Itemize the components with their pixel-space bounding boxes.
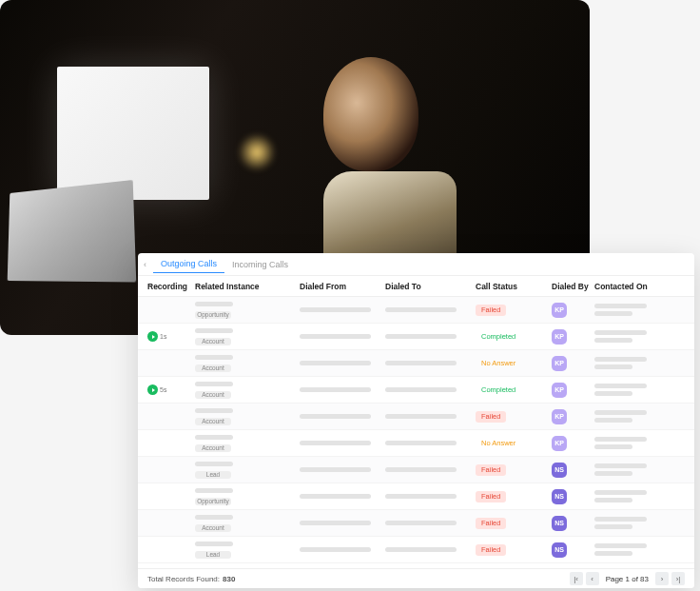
- status-badge: Failed: [476, 518, 506, 529]
- col-status: Call Status: [476, 282, 552, 291]
- recording-duration: 5s: [160, 386, 166, 393]
- contacted-placeholder: [594, 304, 647, 308]
- contacted-placeholder: [594, 338, 632, 343]
- table-row[interactable]: LeadFailedNS: [138, 537, 694, 563]
- table-row[interactable]: AccountFailedKP: [138, 404, 694, 430]
- avatar[interactable]: NS: [552, 516, 567, 531]
- tab-bar: ‹ Outgoing Calls Incoming Calls: [138, 253, 694, 276]
- status-badge: No Answer: [476, 438, 521, 449]
- table-row[interactable]: LeadFailedNS: [138, 457, 694, 483]
- to-placeholder: [385, 361, 457, 365]
- contacted-placeholder: [594, 551, 632, 556]
- from-placeholder: [300, 441, 371, 445]
- status-badge: Completed: [476, 331, 521, 343]
- related-tag: Lead: [195, 551, 231, 559]
- related-tag: Opportunity: [195, 311, 231, 319]
- contacted-placeholder: [594, 437, 647, 442]
- contacted-placeholder: [594, 330, 647, 335]
- contacted-placeholder: [594, 517, 647, 522]
- related-placeholder: [195, 355, 233, 360]
- tab-incoming-calls[interactable]: Incoming Calls: [224, 256, 296, 273]
- related-tag: Account: [195, 391, 231, 399]
- related-tag: Account: [195, 524, 231, 532]
- page-indicator: Page 1 of 83: [602, 575, 652, 583]
- to-placeholder: [385, 414, 457, 419]
- avatar[interactable]: KP: [552, 329, 567, 345]
- to-placeholder: [385, 467, 457, 472]
- avatar[interactable]: KP: [552, 436, 567, 451]
- table-row[interactable]: OpportunityFailedKP: [138, 297, 694, 324]
- table-row[interactable]: AccountFailedNS: [138, 510, 694, 537]
- from-placeholder: [300, 494, 371, 499]
- page-first-button[interactable]: |‹: [570, 572, 583, 585]
- avatar[interactable]: NS: [552, 489, 567, 504]
- status-badge: Failed: [476, 411, 506, 423]
- related-tag: Opportunity: [195, 498, 231, 505]
- status-badge: Failed: [476, 491, 506, 502]
- page-prev-button[interactable]: ‹: [586, 572, 599, 585]
- col-related: Related Instance: [195, 282, 300, 291]
- from-placeholder: [300, 414, 371, 419]
- table-footer: Total Records Found: 830 |‹ ‹ Page 1 of …: [138, 568, 694, 588]
- calls-panel: ‹ Outgoing Calls Incoming Calls Recordin…: [138, 253, 694, 588]
- table-header: Recording Related Instance Dialed From D…: [138, 276, 694, 297]
- tab-outgoing-calls[interactable]: Outgoing Calls: [153, 255, 224, 273]
- contacted-placeholder: [594, 410, 647, 415]
- table-row[interactable]: 5sAccountCompletedKP: [138, 377, 694, 404]
- page-next-button[interactable]: ›: [655, 572, 669, 585]
- related-placeholder: [195, 302, 233, 306]
- from-placeholder: [300, 387, 371, 392]
- contacted-placeholder: [594, 418, 632, 423]
- related-placeholder: [195, 328, 233, 333]
- records-count: 830: [223, 575, 235, 583]
- avatar[interactable]: KP: [552, 303, 567, 318]
- related-placeholder: [195, 488, 233, 493]
- related-tag: Account: [195, 418, 231, 425]
- table-row[interactable]: AccountNo AnswerKP: [138, 430, 694, 457]
- col-from: Dialed From: [300, 282, 385, 291]
- back-icon[interactable]: ‹: [144, 260, 153, 269]
- table-row[interactable]: 1sAccountCompletedKP: [138, 324, 694, 350]
- to-placeholder: [385, 441, 457, 445]
- col-by: Dialed By: [552, 282, 594, 291]
- contacted-placeholder: [594, 357, 647, 362]
- table-row[interactable]: AccountNo AnswerKP: [138, 350, 694, 377]
- table-row[interactable]: OpportunityFailedNS: [138, 483, 694, 510]
- avatar[interactable]: KP: [552, 383, 567, 398]
- to-placeholder: [385, 387, 457, 392]
- avatar[interactable]: NS: [552, 463, 567, 478]
- from-placeholder: [300, 547, 371, 552]
- contacted-placeholder: [594, 543, 647, 548]
- avatar[interactable]: KP: [552, 409, 567, 424]
- page-last-button[interactable]: ›|: [671, 572, 685, 585]
- table-body: OpportunityFailedKP1sAccountCompletedKPA…: [138, 297, 694, 568]
- from-placeholder: [300, 334, 371, 339]
- contacted-placeholder: [594, 498, 632, 502]
- pager: |‹ ‹ Page 1 of 83 › ›|: [570, 572, 685, 585]
- to-placeholder: [385, 307, 457, 312]
- status-badge: Failed: [476, 464, 506, 476]
- contacted-placeholder: [594, 490, 647, 495]
- to-placeholder: [385, 521, 457, 525]
- from-placeholder: [300, 467, 371, 472]
- from-placeholder: [300, 361, 371, 365]
- avatar[interactable]: NS: [552, 542, 567, 558]
- contacted-placeholder: [594, 463, 647, 468]
- contacted-placeholder: [594, 471, 632, 476]
- related-placeholder: [195, 462, 233, 466]
- contacted-placeholder: [594, 384, 647, 388]
- to-placeholder: [385, 547, 457, 552]
- col-to: Dialed To: [385, 282, 476, 291]
- avatar[interactable]: KP: [552, 356, 567, 371]
- play-icon[interactable]: [147, 331, 158, 342]
- from-placeholder: [300, 521, 371, 525]
- related-tag: Account: [195, 338, 231, 345]
- contacted-placeholder: [594, 444, 632, 449]
- from-placeholder: [300, 307, 371, 312]
- col-on: Contacted On: [594, 282, 671, 291]
- status-badge: Failed: [476, 544, 506, 556]
- to-placeholder: [385, 334, 457, 339]
- contacted-placeholder: [594, 524, 632, 529]
- contacted-placeholder: [594, 311, 632, 316]
- play-icon[interactable]: [147, 384, 158, 395]
